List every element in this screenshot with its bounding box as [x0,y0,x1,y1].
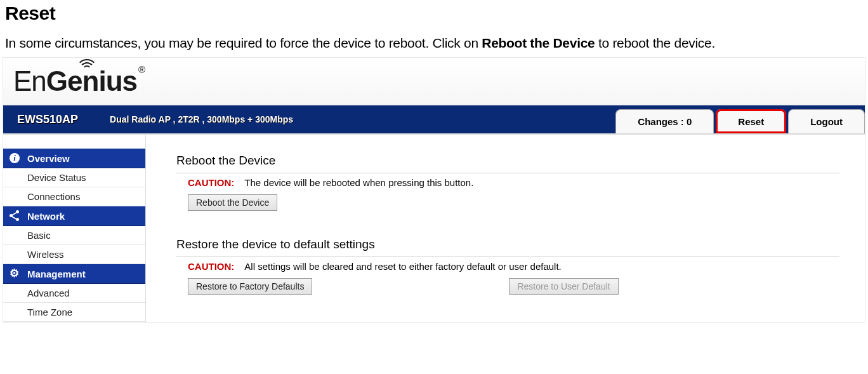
restore-caution-row: CAUTION: All settings will be cleared an… [188,261,839,272]
top-bar-tabs: Changes : 0 Reset Logout [614,109,865,133]
info-icon [10,152,21,164]
sidebar-item-time-zone[interactable]: Time Zone [3,303,145,322]
sidebar-item-connections[interactable]: Connections [3,187,145,206]
sidebar-header-network-label: Network [27,211,65,222]
logout-tab[interactable]: Logout [788,109,865,133]
gear-icon [10,268,21,279]
sidebar-item-wireless[interactable]: Wireless [3,245,145,264]
restore-caution-label: CAUTION: [188,261,234,272]
reboot-caution-text: The device will be rebooted when pressin… [244,177,473,188]
brand-logo: EnGenius® [13,65,145,97]
sidebar-item-advanced[interactable]: Advanced [3,284,145,303]
restore-section-title: Restore the device to default settings [176,237,839,251]
registered-mark: ® [138,64,145,75]
restore-user-default-button[interactable]: Restore to User Default [509,278,618,295]
sidebar: Overview Device Status Connections Netwo… [3,135,146,322]
doc-paragraph: In some circumstances, you may be requir… [5,36,863,51]
device-ui-screenshot: EnGenius® EWS510AP Dual Radio AP , 2T2R … [3,57,865,323]
changes-tab[interactable]: Changes : 0 [615,109,714,133]
sidebar-item-device-status[interactable]: Device Status [3,168,145,187]
logo-prefix: En [13,65,46,97]
share-icon [10,210,21,222]
wifi-arcs-icon [75,59,99,74]
doc-heading: Reset [5,3,863,24]
sidebar-header-overview-label: Overview [27,153,70,164]
sidebar-header-management[interactable]: Management [3,264,145,284]
logout-tab-label: Logout [810,116,843,127]
device-model: EWS510AP [17,113,78,126]
sidebar-header-network[interactable]: Network [3,206,145,226]
restore-caution-text: All settings will be cleared and reset t… [244,261,561,272]
doc-para-bold: Reboot the Device [482,36,595,50]
restore-factory-defaults-button[interactable]: Restore to Factory Defaults [188,278,312,295]
changes-tab-label: Changes : 0 [638,116,692,127]
device-description: Dual Radio AP , 2T2R , 300Mbps + 300Mbps [110,114,293,124]
ui-body: Overview Device Status Connections Netwo… [3,133,865,322]
reboot-caution-row: CAUTION: The device will be rebooted whe… [188,177,839,188]
sidebar-header-management-label: Management [27,269,86,279]
main-panel: Reboot the Device CAUTION: The device wi… [146,135,865,322]
section-divider-2 [176,257,839,257]
sidebar-item-basic[interactable]: Basic [3,226,145,245]
reset-tab[interactable]: Reset [716,109,786,133]
reboot-device-button[interactable]: Reboot the Device [188,194,277,211]
logo-row: EnGenius® [3,58,865,105]
top-bar: EWS510AP Dual Radio AP , 2T2R , 300Mbps … [3,105,865,133]
sidebar-header-overview[interactable]: Overview [3,149,145,168]
reset-tab-label: Reset [738,116,764,127]
doc-para-prefix: In some circumstances, you may be requir… [5,36,482,50]
section-divider [176,173,839,173]
reboot-caution-label: CAUTION: [188,177,234,188]
reboot-section-title: Reboot the Device [176,154,839,168]
doc-para-suffix: to reboot the device. [595,36,715,50]
